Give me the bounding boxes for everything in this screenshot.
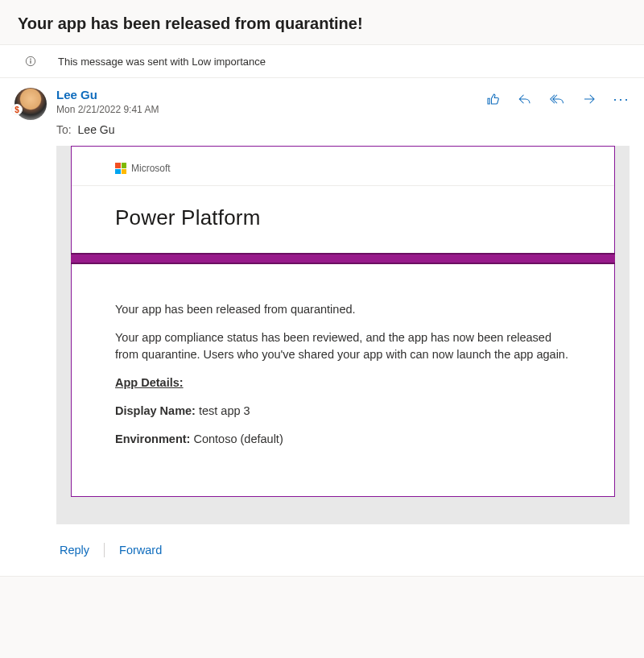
sent-timestamp: Mon 2/21/2022 9:41 AM <box>56 104 485 115</box>
body-line-1: Your app has been released from quaranti… <box>115 301 571 318</box>
footer-forward-link[interactable]: Forward <box>116 542 165 558</box>
environment-label: Environment: <box>115 432 190 445</box>
accent-band <box>71 253 615 264</box>
svg-rect-2 <box>30 60 31 64</box>
body-line-2: Your app compliance status has been revi… <box>115 329 571 363</box>
display-name-label: Display Name: <box>115 404 196 417</box>
email-subject: Your app has been released from quaranti… <box>0 0 644 44</box>
message-card: $ Lee Gu Mon 2/21/2022 9:41 AM To: Lee G… <box>0 78 644 577</box>
info-icon <box>24 55 37 68</box>
like-button[interactable] <box>485 91 501 107</box>
detail-environment: Environment: Contoso (default) <box>115 431 571 448</box>
footer-reply-link[interactable]: Reply <box>56 542 93 558</box>
message-body-container: Microsoft Power Platform Your app has be… <box>56 146 630 524</box>
sender-avatar[interactable]: $ <box>14 88 47 120</box>
to-label: To: <box>56 123 72 136</box>
email-content-frame: Microsoft Power Platform Your app has be… <box>71 146 615 497</box>
presence-badge-icon: $ <box>11 104 23 115</box>
product-title: Power Platform <box>72 186 614 253</box>
brand-row: Microsoft <box>72 147 614 186</box>
message-header: $ Lee Gu Mon 2/21/2022 9:41 AM To: Lee G… <box>14 88 630 136</box>
footer-actions: Reply Forward <box>56 542 630 558</box>
sender-meta: Lee Gu Mon 2/21/2022 9:41 AM To: Lee Gu <box>56 88 485 136</box>
sender-name[interactable]: Lee Gu <box>56 88 485 102</box>
microsoft-logo-icon <box>115 163 126 174</box>
recipient-line: To: Lee Gu <box>56 123 485 136</box>
detail-display-name: Display Name: test app 3 <box>115 403 571 420</box>
app-details-header: App Details: <box>115 375 571 391</box>
forward-button[interactable] <box>581 91 597 107</box>
display-name-value: test app 3 <box>199 404 250 417</box>
environment-value: Contoso (default) <box>193 432 283 445</box>
reply-button[interactable] <box>517 91 533 107</box>
importance-text: This message was sent with Low importanc… <box>58 56 266 68</box>
message-actions: ··· <box>485 88 630 107</box>
svg-point-1 <box>30 59 31 60</box>
more-actions-button[interactable]: ··· <box>613 91 630 107</box>
email-body-text: Your app has been released from quaranti… <box>72 264 614 496</box>
to-value: Lee Gu <box>78 123 115 136</box>
footer-separator <box>104 543 105 557</box>
reply-all-button[interactable] <box>549 91 565 107</box>
microsoft-brand-text: Microsoft <box>131 163 171 174</box>
importance-banner: This message was sent with Low importanc… <box>0 44 644 78</box>
